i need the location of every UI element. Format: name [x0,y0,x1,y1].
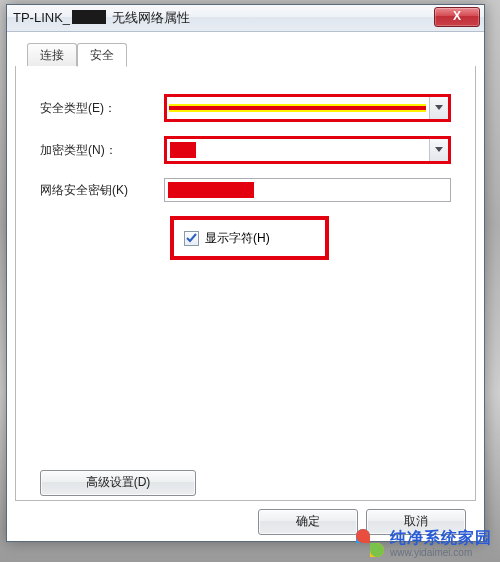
advanced-settings-button[interactable]: 高级设置(D) [40,470,196,496]
field-encryption-type [164,136,451,164]
tab-security[interactable]: 安全 [77,43,127,67]
tab-page-security: 安全类型(E)： 加密类型(N)： [15,66,476,501]
show-characters-checkbox[interactable] [184,231,199,246]
network-key-redacted [168,182,254,198]
title-bar[interactable]: TP-LINK_ 无线网络属性 X [7,5,484,32]
field-security-type [164,94,451,122]
title-prefix: TP-LINK_ [13,10,70,25]
label-network-key: 网络安全密钥(K) [40,182,164,199]
network-key-input[interactable] [164,178,451,202]
security-type-combo[interactable] [164,94,451,122]
row-encryption-type: 加密类型(N)： [40,136,451,164]
dialog-footer: 确定 取消 [258,509,466,535]
form-area: 安全类型(E)： 加密类型(N)： [16,66,475,270]
title-redacted-ssid [72,10,106,24]
label-security-type: 安全类型(E)： [40,100,164,117]
chevron-down-icon [429,139,448,161]
encryption-value-redacted [170,142,196,158]
show-characters-label: 显示字符(H) [205,230,270,247]
title-suffix: 无线网络属性 [108,10,190,25]
label-encryption-type: 加密类型(N)： [40,142,164,159]
tab-strip: 连接安全 [15,43,476,67]
check-icon [186,233,197,244]
encryption-type-combo[interactable] [164,136,451,164]
properties-dialog: TP-LINK_ 无线网络属性 X 连接安全 安全类型(E)： [6,4,485,542]
row-network-key: 网络安全密钥(K) [40,178,451,202]
window-title: TP-LINK_ 无线网络属性 [13,9,190,27]
field-network-key [164,178,451,202]
close-icon: X [453,9,461,23]
advanced-area: 高级设置(D) [16,270,475,496]
close-button[interactable]: X [434,7,480,27]
chevron-down-icon [429,97,448,119]
ok-button[interactable]: 确定 [258,509,358,535]
cancel-button[interactable]: 取消 [366,509,466,535]
tab-connect[interactable]: 连接 [27,43,77,66]
row-security-type: 安全类型(E)： [40,94,451,122]
client-area: 连接安全 安全类型(E)： 加密类型(N)： [15,39,476,541]
show-characters-highlight: 显示字符(H) [170,216,329,260]
